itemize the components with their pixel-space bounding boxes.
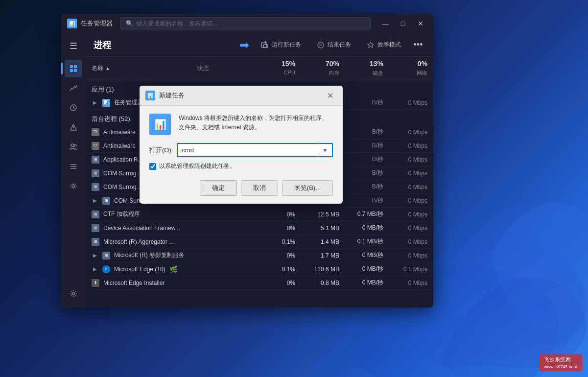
- dialog-command-input[interactable]: [177, 143, 318, 157]
- dialog-checkbox-label: 以系统管理权限创建此任务。: [159, 162, 235, 170]
- dialog-cancel-button[interactable]: 取消: [241, 180, 278, 196]
- dialog-open-row: 打开(O): ▼: [149, 143, 333, 157]
- dialog-close-button[interactable]: ✕: [323, 90, 337, 101]
- dialog-body: 📊 Windows 将根据您所键入的名称，为您打开相应的程序、文件夹、文档或 I…: [140, 106, 343, 204]
- dialog-buttons: 确定 取消 浏览(B)...: [149, 180, 333, 196]
- dialog-overlay: 📊 新建任务 ✕ 📊 Windows 将根据您所键入的名称，为您打开相应的程序、…: [0, 0, 588, 377]
- dialog-open-label: 打开(O):: [149, 146, 173, 155]
- dialog-description: Windows 将根据您所键入的名称，为您打开相应的程序、文件夹、文档或 Int…: [179, 114, 333, 135]
- dialog-icon: 📊: [145, 91, 155, 100]
- dialog-dropdown-button[interactable]: ▼: [318, 143, 333, 157]
- dialog-browse-button[interactable]: 浏览(B)...: [282, 180, 333, 196]
- dialog-title: 新建任务: [159, 91, 323, 100]
- dialog-checkbox-row: 以系统管理权限创建此任务。: [149, 162, 333, 170]
- dialog-app-icon: 📊: [149, 114, 171, 135]
- new-task-dialog: 📊 新建任务 ✕ 📊 Windows 将根据您所键入的名称，为您打开相应的程序、…: [140, 86, 343, 204]
- dialog-title-bar: 📊 新建任务 ✕: [140, 86, 343, 106]
- dialog-admin-checkbox[interactable]: [149, 163, 156, 170]
- dialog-ok-button[interactable]: 确定: [200, 180, 237, 196]
- dialog-info: 📊 Windows 将根据您所键入的名称，为您打开相应的程序、文件夹、文档或 I…: [149, 114, 333, 135]
- dialog-input-group: ▼: [177, 143, 333, 157]
